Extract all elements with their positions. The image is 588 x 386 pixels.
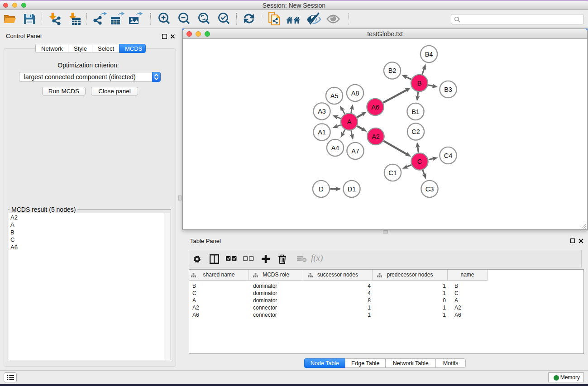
svg-text:A6: A6 [371, 104, 379, 111]
svg-text:D: D [319, 186, 323, 193]
svg-text:B1: B1 [411, 108, 420, 115]
svg-text:A3: A3 [318, 108, 326, 115]
svg-text:B2: B2 [388, 67, 397, 74]
svg-text:A2: A2 [372, 133, 380, 140]
svg-text:C2: C2 [411, 128, 420, 135]
svg-text:A4: A4 [331, 144, 339, 152]
svg-text:A7: A7 [351, 148, 359, 155]
svg-text:C3: C3 [425, 186, 434, 193]
svg-text:D1: D1 [348, 186, 356, 193]
svg-text:A: A [347, 118, 352, 125]
svg-text:C4: C4 [444, 152, 453, 159]
svg-text:A5: A5 [330, 92, 339, 100]
svg-text:C1: C1 [388, 169, 397, 176]
svg-text:B: B [417, 80, 422, 87]
svg-text:C: C [417, 158, 422, 165]
svg-text:A8: A8 [351, 90, 359, 97]
svg-text:B4: B4 [425, 51, 433, 58]
svg-text:A1: A1 [318, 129, 326, 136]
svg-text:B3: B3 [444, 86, 452, 93]
